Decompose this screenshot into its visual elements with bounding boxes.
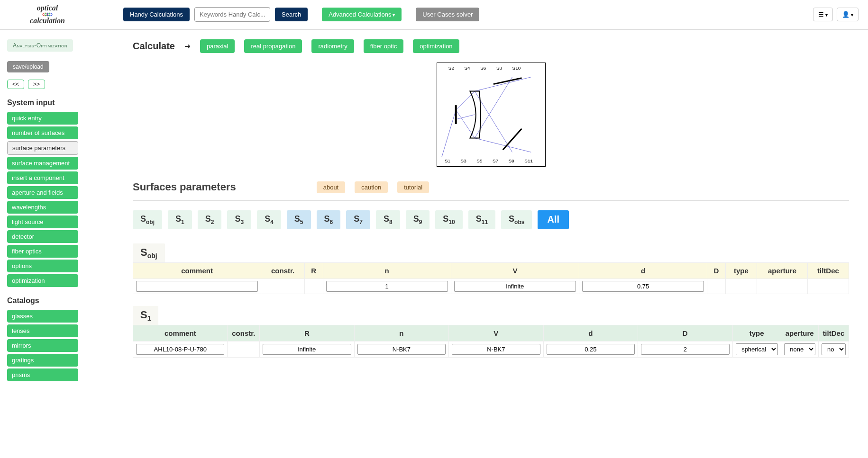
diagram-label-s1: S1 <box>444 158 450 163</box>
s1-v-input[interactable] <box>452 344 540 355</box>
col-aperture: aperture <box>757 262 808 278</box>
sidebar-item-surface-management[interactable]: surface management <box>7 157 78 170</box>
tab-s7[interactable]: S7 <box>346 210 370 229</box>
col-d: d <box>543 325 638 341</box>
sidebar-item-number-of-surfaces[interactable]: number of surfaces <box>7 126 78 139</box>
sidebar-item-wavelengths[interactable]: wavelengths <box>7 201 78 214</box>
sidebar-item-quick-entry[interactable]: quick entry <box>7 112 78 125</box>
tab-s3[interactable]: S3 <box>227 210 251 229</box>
tab-s10[interactable]: S10 <box>435 210 462 229</box>
user-icon-button[interactable]: 👤 <box>837 8 859 21</box>
svg-line-7 <box>475 138 531 153</box>
diagram-label-s7: S7 <box>492 158 498 163</box>
sobj-type-cell <box>725 278 757 294</box>
sobj-d-input[interactable] <box>582 281 704 292</box>
col-n: n <box>354 325 448 341</box>
svg-line-13 <box>503 129 521 150</box>
surfaces-title: Surfaces parameters <box>133 181 236 193</box>
calculate-label: Calculate <box>133 41 175 52</box>
top-bar: optical calculation Handy Calculations S… <box>0 0 868 30</box>
logo[interactable]: optical calculation <box>9 4 85 25</box>
search-input[interactable] <box>194 7 270 22</box>
tab-s9[interactable]: S9 <box>406 210 430 229</box>
sidebar-item-gratings[interactable]: gratings <box>7 354 78 367</box>
sidebar-item-optimization[interactable]: optimization <box>7 274 78 287</box>
col-constr: constr. <box>228 325 260 341</box>
col-comment: comment <box>133 262 261 278</box>
tutorial-button[interactable]: tutorial <box>397 181 429 193</box>
sidebar-item-mirrors[interactable]: mirrors <box>7 339 78 352</box>
sidebar-item-glasses[interactable]: glasses <box>7 310 78 323</box>
advanced-calculations-button[interactable]: Advanced Calculations <box>322 8 402 21</box>
tab-s2[interactable]: S2 <box>198 210 222 229</box>
user-cases-button[interactable]: User Cases solver <box>416 8 479 21</box>
tab-s5[interactable]: S5 <box>287 210 311 229</box>
tab-sobs[interactable]: Sobs <box>501 210 532 229</box>
sidebar-item-fiber-optics[interactable]: fiber optics <box>7 245 78 258</box>
radiometry-button[interactable]: radiometry <box>311 39 354 53</box>
sidebar-item-lenses[interactable]: lenses <box>7 324 78 337</box>
col-tiltDec: tiltDec <box>818 325 849 341</box>
tab-sobj[interactable]: Sobj <box>133 210 162 229</box>
s1-constr-cell <box>228 341 260 358</box>
sobj-comment-input[interactable] <box>136 281 258 292</box>
s1-n-input[interactable] <box>357 344 446 355</box>
sobj-v-input[interactable] <box>454 281 576 292</box>
menu-icon-button[interactable]: ☰ <box>813 8 833 21</box>
col-aperture: aperture <box>781 325 818 341</box>
diagram-label-s11: S11 <box>524 158 533 163</box>
diagram-label-s10: S10 <box>512 65 521 71</box>
sidebar-item-light-source[interactable]: light source <box>7 216 78 228</box>
s1-d-input[interactable] <box>547 344 635 355</box>
col-R: R <box>304 262 323 278</box>
arrow-right-icon: ➜ <box>184 42 191 51</box>
diagram-label-s9: S9 <box>508 158 514 163</box>
sidebar-item-aperture-and-fields[interactable]: aperture and fields <box>7 186 78 199</box>
sobj-aperture-cell <box>757 278 808 294</box>
next-button[interactable]: >> <box>28 80 45 89</box>
save-upload-button[interactable]: save/upload <box>7 61 49 72</box>
s1-comment-input[interactable] <box>136 344 224 355</box>
sidebar-item-prisms[interactable]: prisms <box>7 368 78 381</box>
col-D: D <box>707 262 726 278</box>
tab-s1[interactable]: S1 <box>168 210 192 229</box>
fiber-optic-button[interactable]: fiber optic <box>364 39 403 53</box>
s1-r-input[interactable] <box>263 344 351 355</box>
diagram-label-s6: S6 <box>480 65 486 71</box>
optical-diagram: S2 S4 S6 S8 S10 S1 S3 S5 S7 S9 S11 <box>437 63 546 167</box>
prev-button[interactable]: << <box>7 80 24 89</box>
tab-s4[interactable]: S4 <box>257 210 281 229</box>
col-comment: comment <box>133 325 228 341</box>
caution-button[interactable]: caution <box>355 181 388 193</box>
tab-s11[interactable]: S11 <box>468 210 495 229</box>
col-R: R <box>260 325 354 341</box>
sobj-constr-cell <box>261 278 305 294</box>
handy-calculations-button[interactable]: Handy Calculations <box>123 8 190 21</box>
sobj-n-input[interactable] <box>326 281 448 292</box>
search-button[interactable]: Search <box>275 8 308 21</box>
s1-bigd-input[interactable] <box>641 344 729 355</box>
s1-type-select[interactable]: spherical <box>736 343 778 355</box>
col-tiltDec: tiltDec <box>807 262 849 278</box>
col-d: d <box>579 262 707 278</box>
svg-line-3 <box>441 110 456 157</box>
sidebar-item-surface-parameters[interactable]: surface parameters <box>7 141 78 155</box>
col-D: D <box>638 325 732 341</box>
catalogs-title: Catalogs <box>7 296 88 305</box>
system-input-title: System input <box>7 99 88 107</box>
paraxial-button[interactable]: paraxial <box>200 39 235 53</box>
real-propagation-button[interactable]: real propagation <box>244 39 302 53</box>
sidebar-item-insert-a-component[interactable]: insert a component <box>7 171 78 184</box>
s1-aperture-select[interactable]: none <box>784 343 815 355</box>
optimization-button[interactable]: optimization <box>413 39 459 53</box>
svg-line-4 <box>456 91 475 110</box>
svg-line-5 <box>475 77 531 91</box>
tab-s6[interactable]: S6 <box>317 210 341 229</box>
tab-all[interactable]: All <box>538 210 569 229</box>
about-button[interactable]: about <box>317 181 346 193</box>
svg-line-12 <box>493 78 521 84</box>
s1-tiltdec-select[interactable]: no <box>822 343 846 355</box>
tab-s8[interactable]: S8 <box>376 210 400 229</box>
sidebar-item-detector[interactable]: detector <box>7 230 78 243</box>
sidebar-item-options[interactable]: options <box>7 260 78 272</box>
